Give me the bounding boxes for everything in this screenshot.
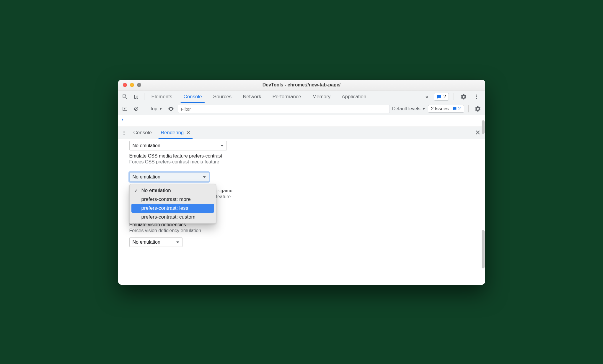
settings-gear-icon[interactable] [459,92,469,101]
prefers-contrast-select[interactable]: No emulation [129,172,209,182]
main-tabs: Elements Console Sources Network Perform… [147,91,371,103]
console-filterbar: top ▼ Default levels ▼ 2 Issues: 2 [118,103,485,115]
option-label: prefers-contrast: less [141,205,188,211]
svg-marker-4 [124,108,126,110]
dropdown-option-less[interactable]: prefers-contrast: less [131,204,214,213]
select-value: No emulation [133,143,160,148]
svg-point-9 [123,134,124,135]
prefers-contrast-dropdown: ✓ No emulation prefers-contrast: more pr… [129,184,216,224]
scrollbar-thumb[interactable] [482,230,485,268]
window-zoom-button[interactable] [137,83,141,87]
device-toolbar-icon[interactable] [131,92,141,101]
main-toolbar: Elements Console Sources Network Perform… [118,91,485,103]
section-title: Emulate CSS media feature prefers-contra… [129,153,474,159]
close-tab-icon[interactable]: ✕ [186,129,190,136]
drawer-tab-console[interactable]: Console [130,127,155,139]
tab-sources[interactable]: Sources [209,91,236,103]
section-subtitle: Forces CSS prefers-contrast media featur… [129,159,474,165]
prefers-reduced-motion-select[interactable]: No emulation [129,141,227,150]
select-value: No emulation [133,174,160,180]
check-icon: ✓ [134,188,138,193]
tab-network[interactable]: Network [239,91,265,103]
svg-point-7 [123,131,124,132]
console-body[interactable]: › [118,115,485,127]
prefers-contrast-select-wrap: No emulation ✓ No emulation prefers-cont… [129,172,485,182]
context-selector[interactable]: top ▼ [149,106,164,112]
tab-application[interactable]: Application [338,91,370,103]
dropdown-triangle-icon: ▼ [422,107,426,111]
devtools-window: DevTools - chrome://new-tab-page/ Elemen… [118,80,485,285]
svg-point-0 [476,95,477,96]
console-prompt-icon: › [122,117,123,122]
separator [468,105,469,112]
svg-point-2 [476,98,477,99]
traffic-lights [118,83,141,87]
drawer-tab-console-label: Console [133,130,152,136]
separator [145,105,145,112]
separator [454,93,454,100]
issues-pill[interactable]: 2 Issues: 2 [428,105,464,113]
svg-point-8 [123,132,124,133]
svg-line-6 [135,108,137,110]
svg-point-1 [476,96,477,97]
option-label: prefers-contrast: more [141,196,191,202]
dropdown-triangle-icon: ▼ [159,107,162,111]
scrollbar-thumb[interactable] [482,120,485,134]
issues-count: 2 [458,106,461,112]
rendering-panel: No emulation Emulate CSS media feature p… [118,139,485,285]
inspect-element-icon[interactable] [120,92,130,101]
select-value: No emulation [133,240,160,245]
more-tabs-icon[interactable]: » [423,94,431,100]
more-menu-icon[interactable] [472,92,482,101]
drawer-more-icon[interactable] [120,130,128,135]
drawer-tab-rendering[interactable]: Rendering ✕ [157,127,194,139]
filter-input[interactable] [178,105,390,113]
option-label: prefers-contrast: custom [141,214,195,220]
message-icon [452,106,457,111]
dropdown-option-more[interactable]: prefers-contrast: more [131,195,214,204]
vision-deficiency-select[interactable]: No emulation [129,237,182,247]
tab-console[interactable]: Console [179,91,206,103]
issues-text: 2 Issues: [431,106,450,112]
drawer-tab-rendering-label: Rendering [161,130,184,136]
window-close-button[interactable] [123,83,127,87]
messages-badge[interactable]: 2 [434,93,449,101]
tab-performance[interactable]: Performance [268,91,305,103]
dropdown-option-custom[interactable]: prefers-contrast: custom [131,213,214,222]
titlebar: DevTools - chrome://new-tab-page/ [118,80,485,91]
tab-elements[interactable]: Elements [147,91,177,103]
levels-label: Default levels [392,106,421,112]
option-label: No emulation [141,188,171,193]
dropdown-option-no-emulation[interactable]: ✓ No emulation [131,186,214,195]
message-icon [436,94,442,99]
prefers-contrast-section: Emulate CSS media feature prefers-contra… [118,150,485,169]
section-subtitle: Forces vision deficiency emulation [129,228,474,233]
messages-count: 2 [444,94,446,99]
drawer-header: Console Rendering ✕ ✕ [118,127,485,139]
window-minimize-button[interactable] [130,83,134,87]
log-levels-selector[interactable]: Default levels ▼ [392,106,426,112]
tab-memory[interactable]: Memory [308,91,335,103]
window-title: DevTools - chrome://new-tab-page/ [118,82,485,88]
live-expression-icon[interactable] [167,105,175,113]
clear-console-icon[interactable] [132,105,141,113]
context-label: top [151,106,157,112]
console-settings-gear-icon[interactable] [473,104,483,114]
separator [144,93,144,100]
console-sidebar-toggle-icon[interactable] [120,105,129,113]
toolbar-right: » 2 [423,92,483,101]
